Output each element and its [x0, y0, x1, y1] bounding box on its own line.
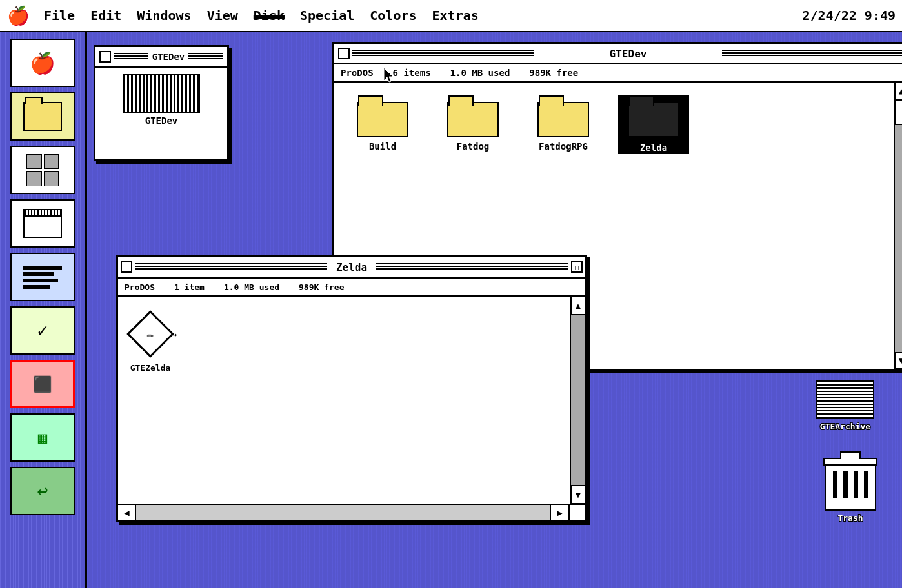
gtedev-folder-used: 1.0 MB used — [450, 68, 510, 78]
sidebar-icon-check[interactable]: ✓ — [10, 306, 75, 355]
zelda-items: 1 item — [174, 282, 205, 292]
zelda-body: ✏ → GTEZelda ▲ ▼ — [118, 297, 585, 520]
gtedev-folder-close-button[interactable] — [338, 48, 350, 59]
zelda-title: Zelda — [330, 261, 374, 273]
folder-label-fatdogrpg: FatdogRPG — [539, 141, 588, 152]
gtedev-scroll-thumb[interactable] — [895, 99, 902, 125]
zelda-used: 1.0 MB used — [224, 282, 279, 292]
gtearchive-label: GTEArchive — [820, 422, 870, 431]
gtedev-folder-stripes-left — [352, 50, 534, 57]
gtedev-folder-free: 989K free — [529, 68, 578, 78]
zelda-main-area: ✏ → GTEZelda ▲ ▼ — [118, 297, 585, 504]
gtedev-small-window: GTEDev GTEDev — [94, 45, 229, 161]
zelda-scroll-left[interactable]: ◀ — [118, 505, 136, 520]
gtedev-scroll-down[interactable]: ▼ — [895, 352, 902, 369]
menu-extras[interactable]: Extras — [426, 5, 485, 26]
zelda-infobar: ProDOS 1 item 1.0 MB used 989K free — [118, 279, 585, 297]
zelda-resize-handle[interactable] — [568, 505, 585, 520]
folder-icon-zelda-shape — [628, 102, 679, 137]
folder-label-zelda: Zelda — [636, 141, 671, 154]
zelda-titlebar: Zelda □ — [118, 257, 585, 279]
trash-icon — [825, 466, 876, 511]
gtezelda-icon: ✏ → — [126, 309, 175, 358]
sidebar-icon-grid[interactable] — [10, 146, 75, 194]
gtedev-folder-items: 6 items — [393, 68, 431, 78]
zelda-scroll-right[interactable]: ▶ — [550, 505, 568, 520]
folder-icon-build-shape — [357, 102, 408, 137]
apple-menu[interactable]: 🍎 — [6, 4, 30, 27]
folder-item-fatdogrpg[interactable]: FatdogRPG — [528, 95, 599, 152]
gtedev-scroll-up[interactable]: ▲ — [895, 83, 902, 99]
folder-icon-fatdogrpg — [537, 95, 589, 137]
sidebar: 🍎 ✓ ⬛ ▦ — [0, 32, 87, 588]
gtearchive-icon — [816, 380, 874, 419]
gtedev-small-label: GTEDev — [145, 115, 178, 126]
gtedev-folder-title: GTEDev — [537, 48, 719, 60]
zelda-stripes-left — [135, 263, 327, 271]
sidebar-icon-green[interactable]: ▦ — [10, 413, 75, 462]
apple-logo: 🍎 — [7, 5, 30, 26]
sidebar-icon-apple[interactable]: 🍎 — [10, 39, 75, 87]
sidebar-icon-red[interactable]: ⬛ — [10, 360, 75, 408]
menu-file[interactable]: File — [37, 5, 81, 26]
zelda-scroll-track-h — [136, 505, 550, 520]
file-item-gtezelda[interactable]: ✏ → GTEZelda — [118, 297, 183, 386]
gtedev-barcode-icon — [123, 74, 200, 113]
gtedev-small-titlebar: GTEDev — [95, 47, 227, 68]
gtedev-folder-infobar: ProDOS 6 items 1.0 MB used 989K free — [334, 64, 902, 83]
menu-view[interactable]: View — [201, 5, 245, 26]
zelda-window: Zelda □ ProDOS 1 item 1.0 MB used 989K f… — [116, 255, 587, 522]
menubar: 🍎 File Edit Windows View Disk Special Co… — [0, 0, 902, 32]
gtedev-scroll-track — [895, 99, 902, 352]
folder-label-build: Build — [369, 141, 396, 152]
datetime-display: 2/24/22 9:49 — [803, 8, 896, 23]
gtedev-folder-stripes-right — [722, 50, 902, 57]
desktop-icon-trash[interactable]: Trash — [815, 466, 886, 523]
zelda-scrollbar-v: ▲ ▼ — [570, 297, 585, 504]
zelda-scroll-down[interactable]: ▼ — [571, 485, 585, 504]
gtedev-folder-titlebar: GTEDev — [334, 44, 902, 64]
menu-colors[interactable]: Colors — [363, 5, 423, 26]
trash-label: Trash — [837, 513, 863, 523]
folder-item-build[interactable]: Build — [347, 95, 418, 152]
gtezelda-label: GTEZelda — [130, 363, 171, 373]
zelda-stripes-right — [376, 263, 568, 271]
gtedev-small-stripes-right — [188, 53, 223, 61]
zelda-close-button[interactable] — [121, 261, 132, 273]
desktop: GTEDev GTEDev GTEDev ProDOS 6 items 1.0 … — [87, 32, 902, 588]
zelda-scroll-track-v — [571, 315, 585, 485]
gtedev-small-stripes — [114, 53, 148, 61]
sidebar-icon-folder[interactable] — [10, 92, 75, 141]
gtedev-small-title: GTEDev — [151, 52, 186, 62]
zelda-free: 989K free — [299, 282, 344, 292]
gtedev-folder-fs: ProDOS — [341, 68, 374, 78]
zelda-content: ✏ → GTEZelda — [118, 297, 570, 504]
zelda-scroll-up[interactable]: ▲ — [571, 297, 585, 315]
folder-icon-fatdog-shape — [447, 102, 499, 137]
gtedev-small-body: GTEDev — [95, 68, 227, 132]
folder-item-zelda[interactable]: Zelda — [618, 95, 689, 154]
sidebar-icon-list[interactable] — [10, 253, 75, 301]
folder-icon-build — [357, 95, 408, 137]
gtedev-scrollbar-v: ▲ ▼ — [894, 83, 902, 369]
menu-windows[interactable]: Windows — [130, 5, 197, 26]
sidebar-icon-window[interactable] — [10, 199, 75, 248]
menu-special[interactable]: Special — [294, 5, 361, 26]
gtedev-small-close-button[interactable] — [99, 51, 111, 63]
desktop-icon-gtearchive[interactable]: GTEArchive — [810, 380, 881, 431]
folder-icon-fatdog — [447, 95, 499, 137]
zelda-fs: ProDOS — [125, 282, 155, 292]
folder-icon-fatdogrpg-shape — [537, 102, 589, 137]
folder-item-fatdog[interactable]: Fatdog — [437, 95, 508, 152]
menu-disk[interactable]: Disk — [247, 5, 291, 26]
sidebar-icon-arrow[interactable]: ↩ — [10, 467, 75, 515]
folder-icon-zelda — [628, 95, 679, 137]
zelda-zoom-button[interactable]: □ — [571, 261, 583, 273]
folder-label-fatdog: Fatdog — [457, 141, 490, 152]
menu-edit[interactable]: Edit — [84, 5, 128, 26]
zelda-scrollbar-h: ◀ ▶ — [118, 504, 585, 520]
